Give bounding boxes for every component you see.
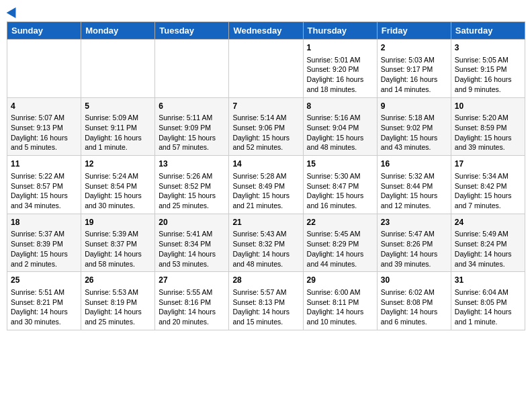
day-info-line: Sunrise: 5:32 AM xyxy=(381,171,447,181)
day-number: 21 xyxy=(232,217,299,228)
calendar-week-row: 1Sunrise: 5:01 AMSunset: 9:20 PMDaylight… xyxy=(7,40,525,98)
calendar-cell: 29Sunrise: 6:00 AMSunset: 8:11 PMDayligh… xyxy=(303,272,377,330)
day-info-line: and 53 minutes. xyxy=(159,259,225,269)
day-number: 7 xyxy=(232,101,299,112)
day-info-line: Daylight: 15 hours xyxy=(159,191,225,201)
day-info-line: Sunset: 8:49 PM xyxy=(232,181,299,191)
day-number: 6 xyxy=(159,101,225,112)
calendar-cell: 7Sunrise: 5:14 AMSunset: 9:06 PMDaylight… xyxy=(229,97,303,156)
day-info-line: Daylight: 15 hours xyxy=(455,133,521,143)
day-number: 17 xyxy=(455,158,521,170)
day-info-line: and 15 minutes. xyxy=(232,317,299,327)
day-info-line: Sunrise: 5:11 AM xyxy=(159,113,225,123)
day-info-line: Daylight: 16 hours xyxy=(307,75,373,85)
calendar-cell: 9Sunrise: 5:18 AMSunset: 9:02 PMDaylight… xyxy=(377,97,451,156)
day-header-friday: Friday xyxy=(377,22,451,40)
day-number: 31 xyxy=(455,275,521,286)
day-info-line: Sunset: 8:11 PM xyxy=(307,298,373,308)
calendar-table: SundayMondayTuesdayWednesdayThursdayFrid… xyxy=(7,21,525,330)
day-number: 24 xyxy=(455,217,521,228)
day-info-line: Sunrise: 5:18 AM xyxy=(381,113,447,123)
day-number: 16 xyxy=(381,158,447,170)
calendar-cell xyxy=(155,40,229,98)
day-info-line: and 44 minutes. xyxy=(307,259,373,269)
calendar-cell: 6Sunrise: 5:11 AMSunset: 9:09 PMDaylight… xyxy=(155,97,229,156)
calendar-week-row: 25Sunrise: 5:51 AMSunset: 8:21 PMDayligh… xyxy=(7,272,525,330)
day-info-line: and 58 minutes. xyxy=(85,259,151,269)
day-info-line: and 10 minutes. xyxy=(307,317,373,327)
day-info-line: Sunset: 8:24 PM xyxy=(455,239,521,249)
calendar-cell: 16Sunrise: 5:32 AMSunset: 8:44 PMDayligh… xyxy=(377,156,451,214)
day-info-line: Sunset: 8:37 PM xyxy=(85,239,151,249)
calendar-cell: 14Sunrise: 5:28 AMSunset: 8:49 PMDayligh… xyxy=(229,156,303,214)
day-header-monday: Monday xyxy=(81,22,155,40)
day-header-thursday: Thursday xyxy=(303,22,377,40)
day-info-line: Daylight: 14 hours xyxy=(455,249,521,259)
logo-triangle-icon xyxy=(7,5,21,18)
day-number: 4 xyxy=(11,101,77,112)
day-info-line: Daylight: 14 hours xyxy=(11,307,77,317)
calendar-cell: 31Sunrise: 6:04 AMSunset: 8:05 PMDayligh… xyxy=(451,272,525,330)
day-info-line: Sunrise: 5:07 AM xyxy=(11,113,77,123)
day-info-line: Daylight: 14 hours xyxy=(85,249,151,259)
day-info-line: Sunset: 8:21 PM xyxy=(11,298,77,308)
day-number: 3 xyxy=(455,42,521,54)
day-info-line: Sunset: 9:20 PM xyxy=(307,64,373,75)
calendar-cell: 15Sunrise: 5:30 AMSunset: 8:47 PMDayligh… xyxy=(303,156,377,214)
day-header-saturday: Saturday xyxy=(451,22,525,40)
calendar-cell: 28Sunrise: 5:57 AMSunset: 8:13 PMDayligh… xyxy=(229,272,303,330)
day-header-tuesday: Tuesday xyxy=(155,22,229,40)
day-number: 5 xyxy=(85,101,151,112)
day-info-line: Daylight: 15 hours xyxy=(11,191,77,201)
calendar-cell: 5Sunrise: 5:09 AMSunset: 9:11 PMDaylight… xyxy=(81,97,155,156)
day-info-line: Sunset: 8:47 PM xyxy=(307,181,373,191)
day-info-line: and 18 minutes. xyxy=(307,85,373,95)
day-info-line: Sunset: 9:06 PM xyxy=(232,123,299,133)
day-info-line: Sunset: 8:59 PM xyxy=(455,123,521,133)
day-info-line: and 39 minutes. xyxy=(455,142,521,152)
day-number: 8 xyxy=(307,101,373,112)
day-info-line: Sunrise: 5:49 AM xyxy=(455,229,521,239)
calendar-week-row: 18Sunrise: 5:37 AMSunset: 8:39 PMDayligh… xyxy=(7,214,525,272)
day-info-line: Sunrise: 5:16 AM xyxy=(307,113,373,123)
day-info-line: Daylight: 15 hours xyxy=(232,133,299,143)
calendar-cell: 8Sunrise: 5:16 AMSunset: 9:04 PMDaylight… xyxy=(303,97,377,156)
calendar-cell: 10Sunrise: 5:20 AMSunset: 8:59 PMDayligh… xyxy=(451,97,525,156)
calendar-cell: 18Sunrise: 5:37 AMSunset: 8:39 PMDayligh… xyxy=(7,214,81,272)
day-info-line: and 21 minutes. xyxy=(232,201,299,211)
calendar-week-row: 11Sunrise: 5:22 AMSunset: 8:57 PMDayligh… xyxy=(7,156,525,214)
day-info-line: and 25 minutes. xyxy=(159,201,225,211)
day-info-line: Sunset: 8:29 PM xyxy=(307,239,373,249)
calendar-cell: 13Sunrise: 5:26 AMSunset: 8:52 PMDayligh… xyxy=(155,156,229,214)
day-info-line: Sunrise: 5:57 AM xyxy=(232,287,299,298)
day-info-line: Sunrise: 5:20 AM xyxy=(455,113,521,123)
day-info-line: Sunrise: 5:53 AM xyxy=(85,287,151,298)
day-number: 22 xyxy=(307,217,373,228)
day-info-line: Sunrise: 5:37 AM xyxy=(11,229,77,239)
day-info-line: and 1 minute. xyxy=(455,317,521,327)
day-info-line: Daylight: 15 hours xyxy=(307,191,373,201)
day-info-line: and 57 minutes. xyxy=(159,142,225,152)
day-number: 11 xyxy=(11,158,77,170)
calendar-cell: 30Sunrise: 6:02 AMSunset: 8:08 PMDayligh… xyxy=(377,272,451,330)
day-info-line: Sunset: 9:13 PM xyxy=(11,123,77,133)
day-info-line: Daylight: 14 hours xyxy=(455,307,521,317)
calendar-cell: 1Sunrise: 5:01 AMSunset: 9:20 PMDaylight… xyxy=(303,40,377,98)
calendar-cell: 20Sunrise: 5:41 AMSunset: 8:34 PMDayligh… xyxy=(155,214,229,272)
day-info-line: Daylight: 16 hours xyxy=(455,75,521,85)
day-number: 19 xyxy=(85,217,151,228)
day-info-line: and 12 minutes. xyxy=(381,201,447,211)
day-info-line: Daylight: 15 hours xyxy=(159,133,225,143)
day-info-line: Sunset: 8:16 PM xyxy=(159,298,225,308)
day-info-line: Daylight: 14 hours xyxy=(159,249,225,259)
day-info-line: Sunset: 9:11 PM xyxy=(85,123,151,133)
day-info-line: Sunrise: 5:14 AM xyxy=(232,113,299,123)
day-info-line: Sunrise: 6:00 AM xyxy=(307,287,373,298)
day-number: 2 xyxy=(381,42,447,54)
day-info-line: Daylight: 14 hours xyxy=(381,307,447,317)
day-info-line: Sunrise: 5:28 AM xyxy=(232,171,299,181)
day-info-line: Sunrise: 5:34 AM xyxy=(455,171,521,181)
calendar-cell: 23Sunrise: 5:47 AMSunset: 8:26 PMDayligh… xyxy=(377,214,451,272)
calendar-cell: 3Sunrise: 5:05 AMSunset: 9:15 PMDaylight… xyxy=(451,40,525,98)
day-info-line: Daylight: 14 hours xyxy=(232,249,299,259)
